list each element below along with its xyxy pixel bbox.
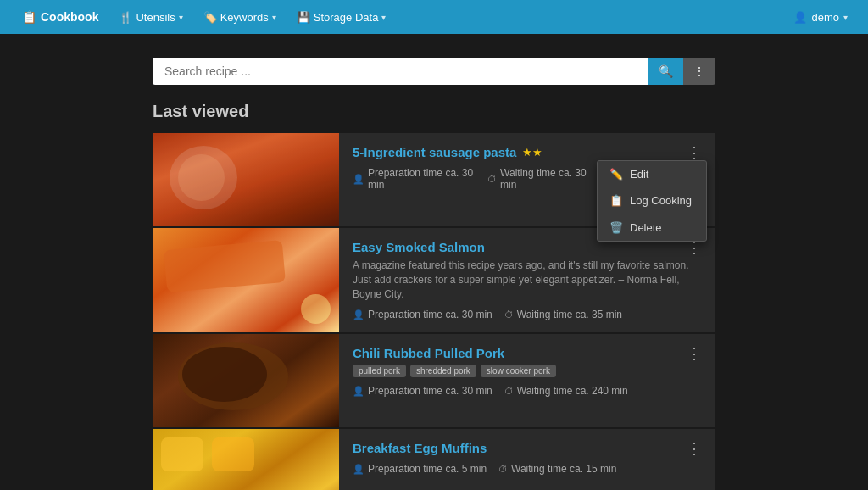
context-delete[interactable]: 🗑️ Delete xyxy=(598,214,706,241)
nav-keywords[interactable]: 🏷️ Keywords ▾ xyxy=(195,8,285,27)
nav-keywords-label: Keywords xyxy=(220,11,269,24)
person-icon-pasta: 👤 xyxy=(353,174,364,185)
wait-label-salmon: Waiting time ca. 35 min xyxy=(517,309,622,320)
tags-row-pork: pulled pork shredded pork slow cooker po… xyxy=(353,365,702,377)
nav-storage[interactable]: 💾 Storage Data ▾ xyxy=(288,8,395,27)
prep-label-salmon: Preparation time ca. 30 min xyxy=(368,309,492,320)
user-icon: 👤 xyxy=(793,11,807,24)
prep-time-muffins: 👤 Preparation time ca. 5 min xyxy=(353,463,487,475)
wait-label-muffins: Waiting time ca. 15 min xyxy=(511,463,616,475)
prep-time-pasta: 👤 Preparation time ca. 30 min xyxy=(353,167,476,191)
recipe-card-pork: Chili Rubbed Pulled Pork pulled pork shr… xyxy=(153,334,715,427)
user-menu[interactable]: 👤 demo ▾ xyxy=(787,8,854,27)
keywords-icon: 🏷️ xyxy=(203,11,217,24)
search-area: 🔍 ⋮ xyxy=(0,34,868,102)
clock-icon-pork: ⏱ xyxy=(504,386,514,396)
prep-time-pork: 👤 Preparation time ca. 30 min xyxy=(353,385,492,397)
person-icon-pork: 👤 xyxy=(353,386,364,397)
main-content: Last viewed 5-Ingredient sausage pasta ★… xyxy=(0,102,868,490)
recipe-meta-salmon: 👤 Preparation time ca. 30 min ⏱ Waiting … xyxy=(353,309,702,320)
wait-label-pork: Waiting time ca. 240 min xyxy=(517,385,628,397)
recipe-list: 5-Ingredient sausage pasta ★★ 👤 Preparat… xyxy=(153,133,715,490)
keywords-arrow-icon: ▾ xyxy=(272,13,276,22)
recipe-menu-button-pork[interactable]: ⋮ xyxy=(682,342,707,365)
context-edit[interactable]: ✏️ Edit xyxy=(598,161,706,187)
storage-icon: 💾 xyxy=(297,11,310,24)
utensils-arrow-icon: ▾ xyxy=(179,13,183,22)
wait-time-muffins: ⏱ Waiting time ca. 15 min xyxy=(498,463,616,475)
recipe-info-pork: Chili Rubbed Pulled Pork pulled pork shr… xyxy=(339,334,715,427)
recipe-thumbnail-salmon xyxy=(153,228,339,332)
recipe-meta-muffins: 👤 Preparation time ca. 5 min ⏱ Waiting t… xyxy=(353,463,702,475)
section-title: Last viewed xyxy=(153,102,715,121)
clock-icon-pasta: ⏱ xyxy=(487,174,497,184)
navbar-left: 📋 Cookbook 🍴 Utensils ▾ 🏷️ Keywords ▾ 💾 … xyxy=(14,7,394,27)
recipe-card-salmon: Easy Smoked Salmon A magazine featured t… xyxy=(153,228,715,332)
recipe-info-salmon: Easy Smoked Salmon A magazine featured t… xyxy=(339,228,715,332)
tag-pulled-pork[interactable]: pulled pork xyxy=(353,365,406,377)
prep-label-pork: Preparation time ca. 30 min xyxy=(368,385,492,397)
search-row: 🔍 ⋮ xyxy=(153,58,715,85)
search-icon: 🔍 xyxy=(659,64,673,78)
clock-icon-muffins: ⏱ xyxy=(498,464,508,474)
tag-slow-cooker[interactable]: slow cooker pork xyxy=(481,365,556,377)
context-log-cooking[interactable]: 📋 Log Cooking xyxy=(598,187,706,214)
delete-icon: 🗑️ xyxy=(609,221,623,234)
prep-label-muffins: Preparation time ca. 5 min xyxy=(368,463,487,475)
log-icon: 📋 xyxy=(609,194,623,207)
prep-label-pasta: Preparation time ca. 30 min xyxy=(368,167,476,191)
edit-icon: ✏️ xyxy=(609,168,623,181)
recipe-menu-button-muffins[interactable]: ⋮ xyxy=(682,437,707,459)
wait-label-pasta: Waiting time ca. 30 min xyxy=(500,167,592,191)
recipe-thumbnail-pasta xyxy=(153,133,339,226)
search-button[interactable]: 🔍 xyxy=(648,58,683,85)
recipe-title-muffins[interactable]: Breakfast Egg Muffins xyxy=(353,441,487,455)
user-arrow-icon: ▾ xyxy=(843,13,848,22)
recipe-title-pasta[interactable]: 5-Ingredient sausage pasta xyxy=(353,145,516,159)
recipe-stars-pasta: ★★ xyxy=(522,146,542,159)
recipe-title-row-salmon: Easy Smoked Salmon xyxy=(353,240,702,254)
recipe-thumbnail-pork xyxy=(153,334,339,427)
recipe-card-muffins: Breakfast Egg Muffins 👤 Preparation time… xyxy=(153,429,715,490)
recipe-meta-pork: 👤 Preparation time ca. 30 min ⏱ Waiting … xyxy=(353,385,702,397)
search-input[interactable] xyxy=(153,58,648,85)
tag-shredded-pork[interactable]: shredded pork xyxy=(410,365,476,377)
wait-time-pasta: ⏱ Waiting time ca. 30 min xyxy=(487,167,592,191)
recipe-thumbnail-muffins xyxy=(153,429,339,490)
options-icon: ⋮ xyxy=(693,64,705,78)
utensils-icon: 🍴 xyxy=(119,11,132,24)
recipe-card: 5-Ingredient sausage pasta ★★ 👤 Preparat… xyxy=(153,133,715,226)
navbar-right: 👤 demo ▾ xyxy=(787,8,854,27)
person-icon-salmon: 👤 xyxy=(353,309,364,320)
person-icon-muffins: 👤 xyxy=(353,464,364,475)
nav-utensils[interactable]: 🍴 Utensils ▾ xyxy=(110,8,191,27)
delete-label: Delete xyxy=(630,221,662,234)
recipe-info-muffins: Breakfast Egg Muffins 👤 Preparation time… xyxy=(339,429,715,490)
recipe-title-row-pasta: 5-Ingredient sausage pasta ★★ xyxy=(353,145,702,159)
storage-arrow-icon: ▾ xyxy=(381,13,386,22)
navbar-brand[interactable]: 📋 Cookbook xyxy=(14,7,107,27)
recipe-description-salmon: A magazine featured this recipe years ag… xyxy=(353,259,702,301)
context-menu-pasta: ✏️ Edit 📋 Log Cooking 🗑️ Delete xyxy=(597,160,707,242)
search-options-button[interactable]: ⋮ xyxy=(683,58,715,85)
cookbook-icon: 📋 xyxy=(22,10,36,24)
recipe-title-pork[interactable]: Chili Rubbed Pulled Pork xyxy=(353,346,504,360)
nav-storage-label: Storage Data xyxy=(314,11,379,24)
edit-label: Edit xyxy=(630,168,648,181)
wait-time-salmon: ⏱ Waiting time ca. 35 min xyxy=(504,309,622,320)
wait-time-pork: ⏱ Waiting time ca. 240 min xyxy=(504,385,628,397)
prep-time-salmon: 👤 Preparation time ca. 30 min xyxy=(353,309,492,320)
clock-icon-salmon: ⏱ xyxy=(504,309,514,320)
recipe-title-row-muffins: Breakfast Egg Muffins xyxy=(353,441,702,455)
food-image-pasta xyxy=(153,133,339,226)
user-label: demo xyxy=(811,11,839,24)
nav-utensils-label: Utensils xyxy=(136,11,175,24)
recipe-title-row-pork: Chili Rubbed Pulled Pork xyxy=(353,346,702,360)
navbar: 📋 Cookbook 🍴 Utensils ▾ 🏷️ Keywords ▾ 💾 … xyxy=(0,0,868,34)
brand-label: Cookbook xyxy=(41,10,98,24)
log-label: Log Cooking xyxy=(630,194,692,207)
recipe-title-salmon[interactable]: Easy Smoked Salmon xyxy=(353,240,485,254)
